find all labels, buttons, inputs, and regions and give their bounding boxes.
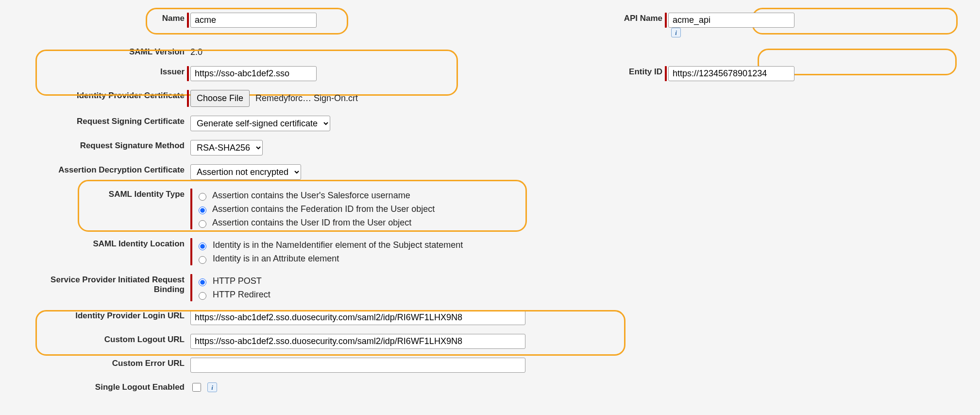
- saml-id-type-radio-2[interactable]: [199, 220, 206, 228]
- saml-id-type-label-1: Assertion contains the Federation ID fro…: [212, 204, 435, 214]
- label-sp-init-binding: Service Provider Initiated Request Bindi…: [19, 271, 185, 294]
- saml-id-type-radio-0[interactable]: [199, 193, 206, 201]
- label-single-logout-enabled: Single Logout Enabled: [19, 379, 185, 392]
- saml-id-loc-option-1[interactable]: Identity is in an Attribute element: [196, 252, 463, 265]
- idp-login-url-input[interactable]: [190, 310, 525, 325]
- label-issuer: Issuer: [19, 63, 185, 77]
- saml-id-type-option-1[interactable]: Assertion contains the Federation ID fro…: [196, 202, 435, 216]
- saml-id-type-radio-1[interactable]: [199, 207, 206, 214]
- label-custom-error-url: Custom Error URL: [19, 355, 185, 368]
- label-saml-id-loc: SAML Identity Location: [19, 235, 185, 249]
- sp-init-binding-option-1[interactable]: HTTP Redirect: [196, 288, 270, 301]
- label-api-name: API Name: [536, 10, 662, 23]
- saml-id-type-option-2[interactable]: Assertion contains the User ID from the …: [196, 216, 435, 229]
- sp-init-binding-radio-1[interactable]: [199, 292, 206, 300]
- sp-init-binding-label-1: HTTP Redirect: [213, 290, 270, 299]
- idp-cert-filename: Remedyforc… Sign-On.crt: [255, 93, 358, 104]
- request-signing-cert-select[interactable]: Generate self-signed certificate: [190, 116, 330, 131]
- label-req-sign-cert: Request Signing Certificate: [19, 113, 185, 126]
- saml-id-loc-radio-0[interactable]: [199, 242, 206, 250]
- label-saml-version: SAML Version: [19, 43, 185, 57]
- label-assert-decrypt-cert: Assertion Decryption Certificate: [19, 161, 185, 175]
- entity-id-input[interactable]: [668, 66, 794, 81]
- saml-id-type-label-2: Assertion contains the User ID from the …: [212, 218, 411, 227]
- choose-file-button[interactable]: Choose File: [190, 90, 250, 107]
- name-input[interactable]: [190, 13, 317, 28]
- saml-id-type-option-0[interactable]: Assertion contains the User's Salesforce…: [196, 189, 435, 202]
- saml-id-loc-label-1: Identity is in an Attribute element: [213, 254, 339, 263]
- saml-id-type-label-0: Assertion contains the User's Salesforce…: [212, 190, 410, 200]
- request-signature-method-select[interactable]: RSA-SHA256: [190, 140, 263, 156]
- saml-id-loc-radio-1[interactable]: [199, 256, 206, 264]
- label-saml-id-type: SAML Identity Type: [19, 186, 185, 199]
- sso-settings-form: Name API Name i SAML Version 2.0 Issuer …: [0, 0, 980, 403]
- sp-init-binding-option-0[interactable]: HTTP POST: [196, 274, 270, 288]
- saml-id-loc-label-0: Identity is in the NameIdentifier elemen…: [213, 240, 463, 250]
- custom-error-url-input[interactable]: [190, 358, 525, 373]
- sp-init-binding-radio-0[interactable]: [199, 278, 206, 286]
- info-icon[interactable]: i: [207, 382, 217, 392]
- single-logout-enabled-checkbox[interactable]: [192, 383, 201, 392]
- sp-init-binding-label-0: HTTP POST: [213, 276, 262, 286]
- saml-version-value: 2.0: [190, 46, 203, 57]
- assertion-decryption-cert-select[interactable]: Assertion not encrypted: [190, 164, 301, 180]
- saml-identity-type-group: Assertion contains the User's Salesforce…: [196, 189, 435, 229]
- label-idp-login-url: Identity Provider Login URL: [19, 307, 185, 321]
- label-idp-cert: Identity Provider Certificate: [19, 87, 185, 101]
- saml-identity-location-group: Identity is in the NameIdentifier elemen…: [196, 238, 463, 265]
- label-req-sig-method: Request Signature Method: [19, 137, 185, 151]
- saml-id-loc-option-0[interactable]: Identity is in the NameIdentifier elemen…: [196, 238, 463, 252]
- label-entity-id: Entity ID: [536, 63, 662, 77]
- sp-init-binding-group: HTTP POST HTTP Redirect: [196, 274, 270, 301]
- info-icon[interactable]: i: [671, 28, 681, 37]
- custom-logout-url-input[interactable]: [190, 334, 525, 349]
- label-custom-logout-url: Custom Logout URL: [19, 331, 185, 345]
- issuer-input[interactable]: [190, 66, 317, 81]
- api-name-input[interactable]: [668, 13, 794, 28]
- label-name: Name: [19, 10, 185, 23]
